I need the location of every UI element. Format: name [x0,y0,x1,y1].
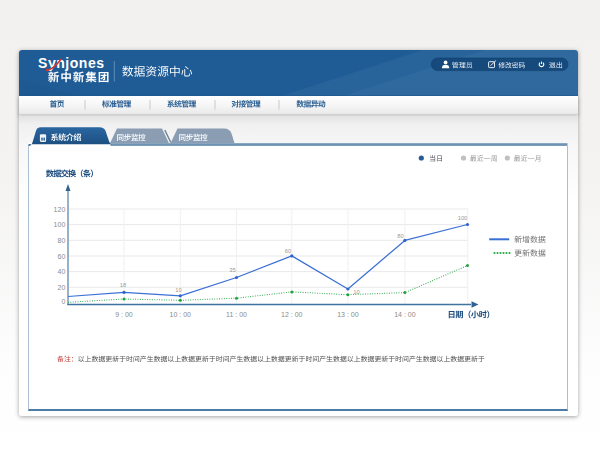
svg-text:10: 10 [175,287,181,293]
svg-text:40: 40 [58,268,66,275]
svg-text:20: 20 [58,284,66,291]
svg-text:9 : 00: 9 : 00 [115,311,133,318]
svg-text:10 : 00: 10 : 00 [170,311,192,318]
svg-text:100: 100 [458,215,468,221]
svg-text:80: 80 [397,233,403,239]
svg-text:120: 120 [54,206,66,213]
svg-text:11 : 00: 11 : 00 [226,311,247,318]
svg-text:Synjones: Synjones [38,55,105,71]
svg-text:10: 10 [353,289,359,295]
svg-text:60: 60 [58,253,66,260]
svg-text:35: 35 [229,267,235,273]
svg-text:18: 18 [120,282,126,288]
svg-text:14 : 00: 14 : 00 [394,311,416,318]
svg-text:100: 100 [54,221,66,228]
svg-text:12 : 00: 12 : 00 [281,311,303,318]
svg-text:80: 80 [58,237,66,244]
svg-text:13 : 00: 13 : 00 [337,311,359,318]
svg-text:0: 0 [61,298,65,305]
svg-text:60: 60 [285,248,291,254]
